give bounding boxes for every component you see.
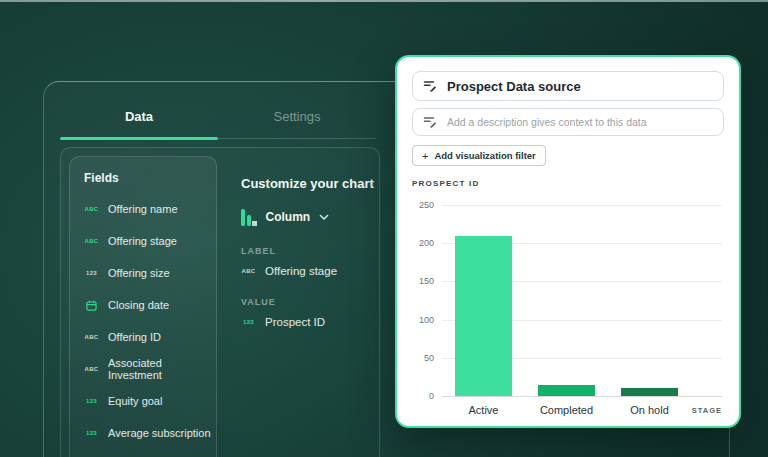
data-source-name-input[interactable]: Prospect Data source	[412, 71, 724, 101]
y-axis-tick-label: 100	[419, 315, 434, 325]
add-filter-label: Add visualization filter	[434, 150, 535, 161]
data-source-card: Prospect Data source Add a description g…	[395, 55, 741, 428]
column-chart-icon	[241, 209, 257, 226]
field-item[interactable]: 123Average subscription	[84, 417, 216, 449]
data-config-container: Fields ABCOffering nameABCOffering stage…	[60, 147, 380, 457]
chart-type-selector[interactable]: Column	[241, 208, 381, 226]
fields-panel: Fields ABCOffering nameABCOffering stage…	[69, 156, 217, 457]
field-item-label: Equity goal	[108, 395, 162, 407]
chart-y-axis-title: PROSPECT ID	[412, 179, 724, 188]
123-icon: 123	[84, 269, 99, 277]
x-axis-category-label: On hold	[608, 404, 691, 416]
chart-type-label: Column	[266, 210, 311, 224]
value-field[interactable]: 123 Prospect ID	[241, 316, 381, 328]
abc-icon: ABC	[84, 237, 99, 245]
field-item[interactable]: 123Offering size	[84, 257, 216, 289]
field-item-label: Offering stage	[108, 235, 177, 247]
field-item-label: Offering size	[108, 267, 170, 279]
field-item-label: Offering name	[108, 203, 178, 215]
chevron-down-icon	[319, 214, 329, 221]
add-visualization-filter-button[interactable]: + Add visualization filter	[412, 145, 546, 166]
plus-icon: +	[422, 151, 428, 161]
label-section-heading: LABEL	[241, 246, 381, 256]
x-axis-category-label: Active	[442, 404, 525, 416]
bar-chart: 050100150200250ActiveCompletedOn holdSTA…	[412, 197, 724, 417]
bar-completed	[538, 385, 595, 396]
customize-title: Customize your chart	[241, 176, 381, 192]
bar-active	[455, 236, 512, 396]
abc-icon: ABC	[84, 365, 99, 373]
field-item-label: Offering ID	[108, 331, 161, 343]
x-axis-title: STAGE	[692, 406, 722, 415]
chart-gridline	[442, 396, 722, 397]
description-placeholder: Add a description gives context to this …	[447, 116, 647, 128]
abc-icon: ABC	[84, 205, 99, 213]
field-item[interactable]: ABCOffering ID	[84, 321, 216, 353]
fields-list: ABCOffering nameABCOffering stage123Offe…	[84, 193, 216, 449]
123-icon: 123	[84, 397, 99, 405]
value-section-heading: VALUE	[241, 297, 381, 307]
field-item[interactable]: Closing date	[84, 289, 216, 321]
chart-category-slot: On hold	[608, 205, 691, 396]
tab-settings[interactable]: Settings	[218, 94, 376, 138]
edit-text-icon	[423, 115, 437, 129]
field-item[interactable]: ABCAssociated Investment	[84, 353, 216, 385]
123-icon: 123	[241, 318, 256, 326]
customize-section: Customize your chart Column LABEL ABC Of…	[241, 176, 381, 328]
chart-category-slot: Completed	[525, 205, 608, 396]
abc-icon: ABC	[84, 333, 99, 341]
chart-plot: 050100150200250ActiveCompletedOn holdSTA…	[442, 205, 722, 396]
y-axis-tick-label: 150	[419, 276, 434, 286]
bar-on-hold	[621, 388, 678, 396]
y-axis-tick-label: 50	[424, 353, 434, 363]
field-item-label: Average subscription	[108, 427, 211, 439]
tab-data[interactable]: Data	[60, 94, 218, 138]
screen-top-edge	[0, 0, 768, 2]
label-field[interactable]: ABC Offering stage	[241, 265, 381, 277]
field-item[interactable]: ABCOffering name	[84, 193, 216, 225]
y-axis-tick-label: 250	[419, 200, 434, 210]
y-axis-tick-label: 200	[419, 238, 434, 248]
field-item-label: Associated Investment	[108, 357, 216, 381]
label-field-name: Offering stage	[265, 265, 337, 277]
data-source-name-value: Prospect Data source	[447, 79, 581, 94]
field-item[interactable]: ABCOffering stage	[84, 225, 216, 257]
editor-tabbar: Data Settings	[60, 94, 376, 139]
description-input[interactable]: Add a description gives context to this …	[412, 108, 724, 136]
value-field-name: Prospect ID	[265, 316, 325, 328]
edit-text-icon	[423, 79, 437, 93]
field-item-label: Closing date	[108, 299, 169, 311]
field-item[interactable]: 123Equity goal	[84, 385, 216, 417]
chart-category-slot: Active	[442, 205, 525, 396]
abc-icon: ABC	[241, 267, 256, 275]
x-axis-category-label: Completed	[525, 404, 608, 416]
123-icon: 123	[84, 429, 99, 437]
y-axis-tick-label: 0	[429, 391, 434, 401]
calendar-icon	[84, 300, 99, 311]
fields-title: Fields	[84, 171, 216, 185]
